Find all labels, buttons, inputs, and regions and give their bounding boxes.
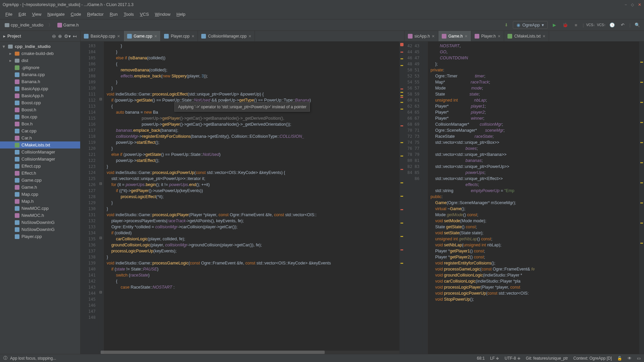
close-tab-icon[interactable]: × [465, 34, 467, 39]
tab[interactable]: BasicApp.cpp× [80, 31, 124, 41]
close-icon[interactable]: ✕ [638, 2, 641, 7]
collapse-icon[interactable]: ⊖ [52, 34, 56, 39]
code-area-left[interactable]: 103 104 105 106 107 108 109 110 111 112 … [80, 42, 404, 354]
gear-icon[interactable]: ⚙▾ [64, 34, 71, 39]
tree-item[interactable]: Car.cpp [0, 127, 80, 134]
breadcrumb-project-label: cpp_indie_studio [11, 22, 44, 27]
stop-button[interactable]: ■ [572, 21, 580, 29]
tree-item[interactable]: Effect.h [0, 170, 80, 177]
tree-item[interactable]: ▾cpp_indie_studio [0, 43, 80, 50]
tree-item[interactable]: Game.cpp [0, 177, 80, 184]
menu-window[interactable]: Window [152, 10, 173, 18]
context[interactable]: Context: OgreApp [D] [573, 356, 612, 361]
menu-code[interactable]: Code [68, 10, 84, 18]
tree-item[interactable]: ▸cmake-build-deb [0, 50, 80, 57]
menu-refactor[interactable]: Refactor [85, 10, 106, 18]
vcs-update-icon[interactable]: VCS↓ [587, 21, 595, 29]
menu-navigate[interactable]: Navigate [45, 10, 67, 18]
menu-tools[interactable]: Tools [121, 10, 137, 18]
tab[interactable]: Game.h× [438, 31, 471, 41]
code-area-right[interactable]: 42 43 44 45 46 47 48 49 50 51 52 53 54 5… [405, 42, 644, 354]
tree-item[interactable]: Banana.cpp [0, 71, 80, 78]
hscroll-left[interactable] [101, 351, 399, 354]
close-tab-icon[interactable]: × [117, 34, 120, 39]
tree-item[interactable]: Player.cpp [0, 233, 80, 240]
toolbar: cpp_indie_studio 〉 Game.h ⬇ ◉ OgreApp ▾ … [0, 19, 644, 31]
menu-vcs[interactable]: VCS [137, 10, 152, 18]
project-panel-header: ▸ Project ⊖ ⊕ ⚙▾ ↤ [0, 31, 80, 42]
tree-item[interactable]: CMakeLists.txt [0, 141, 80, 148]
tree-item[interactable]: Box.cpp [0, 113, 80, 120]
info-icon[interactable]: ⓘ [3, 355, 7, 361]
fold-gutter-right[interactable] [423, 42, 428, 354]
tree-item[interactable]: NewMOC.h [0, 212, 80, 219]
hide-icon[interactable]: ↤ [73, 34, 77, 39]
run-config-label: OgreApp [522, 22, 540, 27]
minimize-icon[interactable]: − [625, 2, 627, 7]
run-config-select[interactable]: ◉ OgreApp ▾ [513, 21, 548, 29]
close-tab-icon[interactable]: × [249, 34, 251, 39]
scroll-to-icon[interactable]: ⊕ [58, 34, 62, 39]
error-stripe-left[interactable] [399, 42, 404, 354]
menu-help[interactable]: Help [174, 10, 188, 18]
tree-item[interactable]: NoSlowDownInG [0, 219, 80, 226]
tree-item[interactable]: .gitignore [0, 64, 80, 71]
tree-item[interactable]: BasicApp.cpp [0, 85, 80, 92]
code-right[interactable]: NOSTART, GO, COUNTDOWN };private: Ogre::… [428, 42, 639, 354]
build-icon[interactable]: ⬇ [502, 21, 510, 29]
tree-item[interactable]: CollisionManager [0, 156, 80, 163]
tree-item[interactable]: Game.h [0, 184, 80, 191]
tree-item[interactable]: Box.h [0, 120, 80, 127]
maximize-icon[interactable]: ◇ [631, 2, 634, 7]
tree-item[interactable]: Boost.cpp [0, 99, 80, 106]
project-tree[interactable]: ▾cpp_indie_studio▸cmake-build-deb▸dist.g… [0, 42, 80, 354]
error-indicator-icon[interactable] [400, 43, 404, 46]
tree-item[interactable]: Effect.cpp [0, 163, 80, 170]
close-tab-icon[interactable]: × [543, 34, 545, 39]
inspections-icon[interactable]: 👁 [628, 356, 632, 361]
menu-run[interactable]: Run [107, 10, 120, 18]
menu-view[interactable]: View [29, 10, 44, 18]
tab[interactable]: sicApp.h× [405, 31, 438, 41]
lock-icon[interactable]: 🔓 [617, 356, 622, 361]
tab[interactable]: Player.h× [471, 31, 504, 41]
breadcrumb-project[interactable]: cpp_indie_studio [3, 22, 46, 28]
revert-icon[interactable]: ↶ [619, 21, 627, 29]
close-tab-icon[interactable]: × [498, 34, 500, 39]
tree-item[interactable]: BasicApp.h [0, 92, 80, 99]
memory-icon[interactable]: ▭ [637, 356, 641, 361]
code-left[interactable]: } } else if (isBanana(collided)) { remov… [104, 42, 399, 354]
tree-item[interactable]: Banana.h [0, 78, 80, 85]
panel-toggle-icon[interactable]: ▸ [3, 34, 5, 39]
error-stripe-right[interactable] [639, 42, 644, 354]
close-tab-icon[interactable]: × [154, 34, 157, 39]
tab[interactable]: CMakeLists.txt× [504, 31, 549, 41]
encoding[interactable]: UTF-8 ≑ [505, 356, 521, 361]
tab[interactable]: Game.cpp× [124, 31, 161, 41]
close-tab-icon[interactable]: × [432, 34, 435, 39]
tree-item[interactable]: NoSlowDownInG [0, 226, 80, 233]
tree-item[interactable]: Map.cpp [0, 191, 80, 198]
vcs-commit-icon[interactable]: VCS↑ [597, 21, 605, 29]
history-icon[interactable]: 🕓 [608, 21, 616, 29]
line-ending[interactable]: LF ≑ [490, 356, 499, 361]
caret-position[interactable]: 68:1 [477, 356, 485, 361]
tree-item[interactable]: Car.h [0, 134, 80, 141]
close-tab-icon[interactable]: × [192, 34, 194, 39]
menu-file[interactable]: File [3, 10, 15, 18]
tab[interactable]: Player.cpp× [161, 31, 198, 41]
menu-edit[interactable]: Edit [16, 10, 29, 18]
search-icon[interactable]: 🔍 [633, 21, 641, 29]
tree-item[interactable]: Boost.h [0, 106, 80, 113]
tab[interactable]: CollisionManager.cpp× [198, 31, 255, 41]
tree-item[interactable]: NewMOC.cpp [0, 205, 80, 212]
fold-gutter-left[interactable]: ⊟⊟⊟⊟ [99, 42, 104, 354]
breadcrumb-separator: 〉 [48, 22, 53, 28]
tree-item[interactable]: CollisionManager [0, 148, 80, 156]
run-button[interactable]: ▶ [550, 21, 558, 29]
debug-button[interactable]: 🐞 [561, 21, 569, 29]
git-branch[interactable]: Git: features/unique_ptr [526, 356, 568, 361]
tree-item[interactable]: Map.h [0, 198, 80, 205]
tree-item[interactable]: ▸dist [0, 57, 80, 64]
breadcrumb-file[interactable]: Game.h [55, 22, 81, 28]
